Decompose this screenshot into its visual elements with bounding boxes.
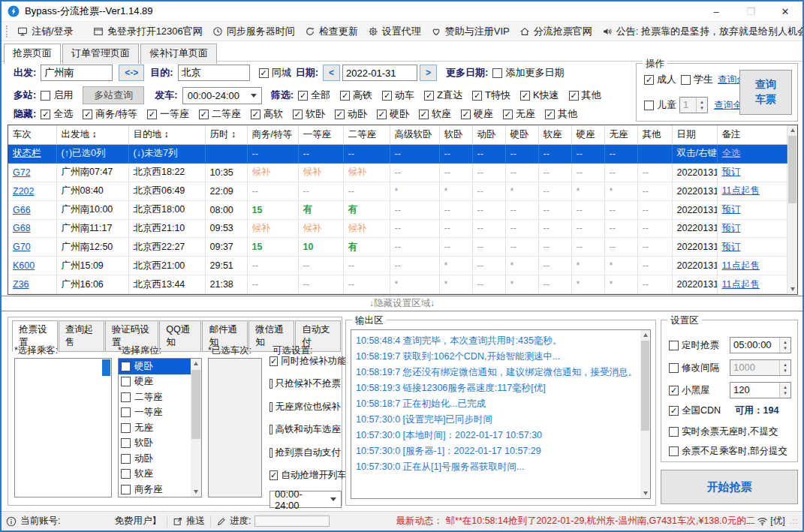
- start-grab-button[interactable]: 开始抢票: [661, 470, 798, 504]
- extra-checkbox-1[interactable]: 余票不足乘客时,部分提交: [669, 445, 787, 458]
- seat-option-5[interactable]: 软卧: [119, 436, 191, 452]
- status-cell-0[interactable]: 状态栏: [8, 145, 56, 164]
- train-link[interactable]: G68: [13, 223, 31, 233]
- main-tab-2[interactable]: 候补订单页面: [140, 44, 217, 64]
- scroll-down-icon[interactable]: [191, 487, 200, 497]
- date-prev-button[interactable]: <: [323, 65, 340, 81]
- train-row-0[interactable]: G72广州南07:47北京西18:2210:35候补候补候补----------…: [8, 163, 787, 182]
- train-type-filter-4[interactable]: ✓T特快: [472, 89, 510, 102]
- seat-scrollbar[interactable]: [191, 359, 201, 497]
- train-type-filter-1[interactable]: ✓高铁: [340, 89, 372, 102]
- column-header-9[interactable]: 动卧: [472, 125, 505, 145]
- spinner-arrows-icon[interactable]: ▴▾: [779, 360, 790, 375]
- cdn-checkbox[interactable]: ✓全国CDN: [669, 404, 721, 417]
- scrollbar-thumb[interactable]: [191, 370, 200, 439]
- train-row-1[interactable]: Z202广州08:40北京西06:4922:09------**--*--**-…: [8, 182, 787, 200]
- column-header-11[interactable]: 软座: [538, 125, 571, 145]
- table-scrollbar[interactable]: [787, 125, 797, 294]
- student-checkbox[interactable]: 学生: [681, 73, 713, 86]
- train-link[interactable]: G72: [13, 167, 31, 178]
- scroll-up-icon[interactable]: [787, 125, 797, 135]
- seat-hide-filter-8[interactable]: ✓软座: [419, 107, 451, 121]
- multi-station-query-button[interactable]: 多站查询: [83, 86, 144, 104]
- date-input[interactable]: [342, 65, 417, 81]
- main-tab-1[interactable]: 订单管理页面: [62, 44, 139, 64]
- scroll-up-icon[interactable]: [191, 359, 200, 368]
- close-button[interactable]: ✕: [768, 2, 802, 21]
- depart-input[interactable]: [41, 65, 113, 81]
- grab-option-4[interactable]: 抢到票自动支付: [270, 446, 341, 459]
- book-link[interactable]: 11点起售: [722, 185, 760, 196]
- minimize-button[interactable]: –: [699, 2, 733, 21]
- grab-time-dropdown[interactable]: 00:00-24:00: [270, 491, 342, 508]
- book-link[interactable]: 预订: [722, 223, 741, 233]
- column-header-13[interactable]: 无座: [604, 125, 637, 145]
- train-row-6[interactable]: Z36广州16:06北京西13:4421:38------**--*--**--…: [8, 275, 787, 294]
- seat-option-2[interactable]: 二等座: [119, 389, 191, 405]
- scroll-up-icon[interactable]: [640, 330, 650, 340]
- seat-hide-filter-9[interactable]: ✓硬座: [461, 107, 493, 121]
- train-link[interactable]: G66: [13, 205, 31, 215]
- settings-tab-1[interactable]: 查询起售: [59, 320, 104, 352]
- book-link[interactable]: 11点起售: [722, 260, 760, 271]
- date-next-button[interactable]: >: [420, 65, 437, 81]
- setting-spinner-2[interactable]: 120▴▾: [730, 382, 791, 398]
- main-tab-0[interactable]: 抢票页面: [4, 44, 61, 64]
- scroll-down-icon[interactable]: [787, 284, 797, 294]
- status-row[interactable]: 状态栏(↑)已选0列(↓)未选7列--------------------双击/…: [8, 145, 787, 164]
- grab-option-3[interactable]: 高铁和动车选座: [270, 423, 341, 436]
- toolbar-button-1[interactable]: 免登录打开12306官网: [93, 25, 203, 38]
- seat-hide-filter-4[interactable]: ✓高软: [251, 107, 283, 121]
- book-link[interactable]: 预订: [722, 204, 741, 215]
- adult-checkbox[interactable]: ✓成人: [644, 73, 676, 86]
- train-row-3[interactable]: G68广州南11:17北京西21:1009:53候补候补候补----------…: [8, 219, 787, 238]
- multi-enable-checkbox[interactable]: 启用: [41, 89, 73, 102]
- passenger-listbox[interactable]: [14, 358, 112, 497]
- toolbar-button-6[interactable]: 分流抢票官网: [519, 25, 592, 38]
- column-header-0[interactable]: 车次: [8, 125, 56, 145]
- seat-option-4[interactable]: 无座: [119, 420, 191, 436]
- train-row-4[interactable]: G70广州南12:50北京西22:2709:371510有-----------…: [8, 238, 787, 257]
- train-link[interactable]: G70: [13, 242, 31, 252]
- spinner-arrows-icon[interactable]: ▴▾: [779, 383, 790, 398]
- train-type-filter-2[interactable]: ✓动车: [382, 89, 414, 102]
- train-row-2[interactable]: G66广州南10:00北京西18:0008:0015有有------------…: [8, 200, 787, 219]
- scrollbar-thumb[interactable]: [102, 359, 110, 376]
- select-all-link[interactable]: 全选: [722, 148, 741, 158]
- seat-hide-filter-7[interactable]: ✓硬卧: [377, 107, 409, 121]
- book-link[interactable]: 预订: [722, 167, 741, 177]
- column-header-7[interactable]: 高级软卧: [390, 125, 439, 145]
- status-cell-16[interactable]: 全选: [717, 145, 787, 164]
- child-count-spinner[interactable]: 1▴▾: [679, 97, 708, 113]
- status-link[interactable]: 状态栏: [13, 148, 41, 158]
- column-header-12[interactable]: 硬座: [571, 125, 604, 145]
- dest-input[interactable]: [178, 65, 250, 81]
- toolbar-button-2[interactable]: 同步服务器时间: [212, 25, 295, 38]
- seat-hide-filter-5[interactable]: ✓软卧: [293, 107, 325, 121]
- child-checkbox[interactable]: 儿童: [644, 98, 676, 112]
- toolbar-button-0[interactable]: 注销/登录: [17, 25, 74, 38]
- resize-grip[interactable]: .::: [790, 517, 798, 525]
- seat-hide-filter-6[interactable]: ✓动卧: [335, 107, 367, 121]
- same-city-checkbox[interactable]: ✓同城: [259, 66, 291, 80]
- add-more-dates-checkbox[interactable]: 添加更多日期: [492, 66, 564, 80]
- column-header-2[interactable]: 目的地 ↕: [128, 125, 205, 145]
- train-link[interactable]: K600: [13, 260, 35, 271]
- query-tickets-button[interactable]: 查询 车票: [739, 70, 792, 115]
- grab-option-1[interactable]: 只抢候补不抢票: [270, 377, 341, 390]
- push-label[interactable]: 推送: [186, 515, 205, 527]
- swap-stations-button[interactable]: <->: [119, 65, 144, 81]
- column-header-10[interactable]: 硬卧: [505, 125, 538, 145]
- column-header-6[interactable]: 二等座: [343, 125, 390, 145]
- column-header-8[interactable]: 软卧: [439, 125, 472, 145]
- seat-hide-filter-3[interactable]: ✓二等座: [199, 107, 241, 121]
- train-link[interactable]: Z202: [13, 186, 35, 197]
- toolbar-button-5[interactable]: 赞助与注册VIP: [431, 25, 510, 38]
- setting-spinner-0[interactable]: 05:00:00▴▾: [730, 337, 791, 353]
- seat-hide-filter-11[interactable]: ✓其他: [545, 107, 577, 121]
- seat-option-8[interactable]: 商务座: [119, 482, 191, 497]
- train-row-5[interactable]: K600广州15:09北京西21:0029:51--------*--*--**…: [8, 257, 787, 275]
- depart-time-dropdown[interactable]: 00:00-24:00: [182, 87, 262, 104]
- column-header-4[interactable]: 商务/特等: [247, 125, 298, 145]
- setting-spinner-1[interactable]: 1000▴▾: [730, 359, 791, 376]
